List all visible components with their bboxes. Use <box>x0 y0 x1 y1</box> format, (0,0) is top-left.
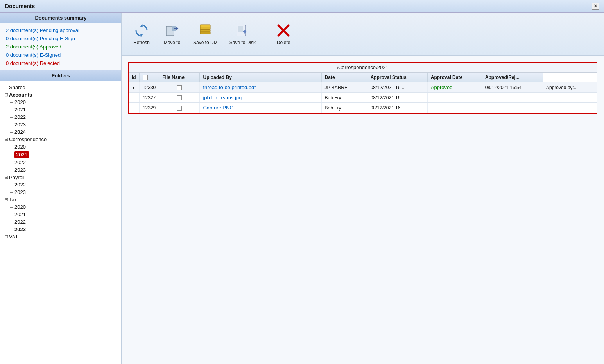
table-row[interactable]: 12327jpb for Teams.jpgBob Fry08/12/2021 … <box>129 93 597 103</box>
row-approved-by: Approved by:... <box>543 82 597 93</box>
summary-pending-approval[interactable]: 2 document(s) Pending approval <box>6 27 116 33</box>
row-date: 08/12/2021 16:... <box>367 103 427 113</box>
row-checkbox[interactable] <box>177 95 182 100</box>
row-checkbox[interactable] <box>177 85 182 90</box>
row-id: 12329 <box>139 103 159 113</box>
summary-esigned[interactable]: 0 document(s) E-Signed <box>6 52 116 58</box>
row-filename[interactable]: Capture.PNG <box>200 103 321 113</box>
folder-tree[interactable]: ─ Shared ⊟ Accounts ─ 2020 ─ 2021 <box>0 81 121 364</box>
summary-approved[interactable]: 2 document(s) Approved <box>6 44 116 50</box>
col-header-approvedby: Approved/Rej... <box>482 73 543 82</box>
svg-rect-4 <box>200 27 210 29</box>
row-checkbox-cell[interactable] <box>159 82 200 93</box>
expander-accounts: ⊟ <box>4 92 9 97</box>
delete-button[interactable]: Delete <box>270 20 297 48</box>
tree-item-acc-2023[interactable]: ─ 2023 <box>2 121 120 128</box>
file-table: Id File Name Uploaded By Date Approval S… <box>129 73 597 113</box>
row-arrow-cell <box>129 93 139 103</box>
expander-shared: ─ <box>4 85 9 90</box>
tree-item-acc-2024[interactable]: ─ 2024 <box>2 128 120 136</box>
row-checkbox-cell[interactable] <box>159 93 200 103</box>
row-approved-by <box>543 103 597 113</box>
tree-item-cor-2023[interactable]: ─ 2023 <box>2 166 120 174</box>
table-header-row: Id File Name Uploaded By Date Approval S… <box>129 73 597 82</box>
select-all-checkbox[interactable] <box>143 75 148 80</box>
delete-icon <box>276 23 291 38</box>
summary-items: 2 document(s) Pending approval 0 documen… <box>0 23 121 70</box>
tree-item-tax[interactable]: ⊟ Tax <box>2 196 120 203</box>
documents-window: Documents ✕ Documents summary 2 document… <box>0 0 604 364</box>
main-area: Documents summary 2 document(s) Pending … <box>0 13 604 364</box>
col-header-uploaded: Uploaded By <box>200 73 321 82</box>
window-title: Documents <box>5 3 35 9</box>
savedisk-label: Save to Disk <box>229 40 256 45</box>
savedisk-icon <box>235 23 250 38</box>
file-link[interactable]: thread to be printed.pdf <box>203 84 255 90</box>
row-checkbox[interactable] <box>177 106 182 111</box>
refresh-label: Refresh <box>133 40 150 45</box>
expander-payroll: ⊟ <box>4 175 9 180</box>
col-header-date: Date <box>321 73 367 82</box>
row-date: 08/12/2021 16:... <box>367 82 427 93</box>
tree-item-accounts[interactable]: ⊟ Accounts <box>2 91 120 99</box>
row-approval-status <box>427 93 482 103</box>
file-table-container: \Correspondence\2021 Id File Name Upload… <box>128 62 597 114</box>
col-header-filename: File Name <box>159 73 200 82</box>
svg-rect-5 <box>200 25 210 27</box>
close-button[interactable]: ✕ <box>592 3 599 10</box>
tree-label-accounts: Accounts <box>9 92 32 98</box>
row-approval-date <box>482 103 543 113</box>
savedm-icon <box>197 23 213 38</box>
row-approval-date: 08/12/2021 16:54 <box>482 82 543 93</box>
file-link[interactable]: Capture.PNG <box>203 105 233 111</box>
moveto-label: Move to <box>164 40 181 45</box>
tree-item-vat[interactable]: ⊟ VAT <box>2 233 120 240</box>
table-row[interactable]: ►12330thread to be printed.pdfJP BARRET0… <box>129 82 597 93</box>
row-filename[interactable]: jpb for Teams.jpg <box>200 93 321 103</box>
tree-item-correspondence[interactable]: ⊟ Correspondence <box>2 136 120 143</box>
expander-vat: ⊟ <box>4 234 9 239</box>
summary-header: Documents summary <box>0 13 121 23</box>
toolbar-separator <box>265 20 265 48</box>
tree-item-acc-2020[interactable]: ─ 2020 <box>2 99 120 106</box>
row-approval-status: Approved <box>427 82 482 93</box>
row-arrow-cell <box>129 103 139 113</box>
title-bar: Documents ✕ <box>0 0 604 13</box>
toolbar: Refresh Move to <box>122 13 604 56</box>
summary-pending-esign[interactable]: 0 document(s) Pending E-Sign <box>6 36 116 41</box>
row-approval-status <box>427 103 482 113</box>
tree-item-tax-2020[interactable]: ─ 2020 <box>2 203 120 211</box>
row-date: 08/12/2021 16:... <box>367 93 427 103</box>
tree-item-payroll[interactable]: ⊟ Payroll <box>2 174 120 181</box>
tree-item-pay-2023[interactable]: ─ 2023 <box>2 188 120 196</box>
tree-item-shared[interactable]: ─ Shared <box>2 84 120 91</box>
row-uploaded-by: JP BARRET <box>321 82 367 93</box>
savedisk-button[interactable]: Save to Disk <box>225 20 260 48</box>
table-row[interactable]: 12329Capture.PNGBob Fry08/12/2021 16:... <box>129 103 597 113</box>
refresh-icon <box>134 23 149 38</box>
tree-item-tax-2021[interactable]: ─ 2021 <box>2 211 120 218</box>
col-header-check <box>139 73 159 82</box>
tree-item-pay-2022[interactable]: ─ 2022 <box>2 181 120 188</box>
tree-item-tax-2023[interactable]: ─ 2023 <box>2 226 120 233</box>
tree-item-cor-2020[interactable]: ─ 2020 <box>2 143 120 151</box>
file-link[interactable]: jpb for Teams.jpg <box>203 95 242 100</box>
tree-item-cor-2021[interactable]: ─ 2021 <box>2 151 120 159</box>
summary-rejected[interactable]: 0 document(s) Rejected <box>6 60 116 66</box>
moveto-button[interactable]: Move to <box>158 20 186 48</box>
tree-item-acc-2022[interactable]: ─ 2022 <box>2 113 120 121</box>
refresh-button[interactable]: Refresh <box>128 20 155 48</box>
left-panel: Documents summary 2 document(s) Pending … <box>0 13 122 364</box>
svg-rect-2 <box>200 32 210 34</box>
tree-item-acc-2021[interactable]: ─ 2021 <box>2 106 120 113</box>
tree-item-cor-2022[interactable]: ─ 2022 <box>2 159 120 166</box>
delete-label: Delete <box>277 40 290 45</box>
row-id: 12327 <box>139 93 159 103</box>
row-arrow-cell: ► <box>129 82 139 93</box>
svg-rect-7 <box>238 26 243 32</box>
savedm-button[interactable]: Save to DM <box>189 20 222 48</box>
row-filename[interactable]: thread to be printed.pdf <box>200 82 321 93</box>
row-approval-date <box>482 93 543 103</box>
row-checkbox-cell[interactable] <box>159 103 200 113</box>
tree-item-tax-2022[interactable]: ─ 2022 <box>2 218 120 226</box>
